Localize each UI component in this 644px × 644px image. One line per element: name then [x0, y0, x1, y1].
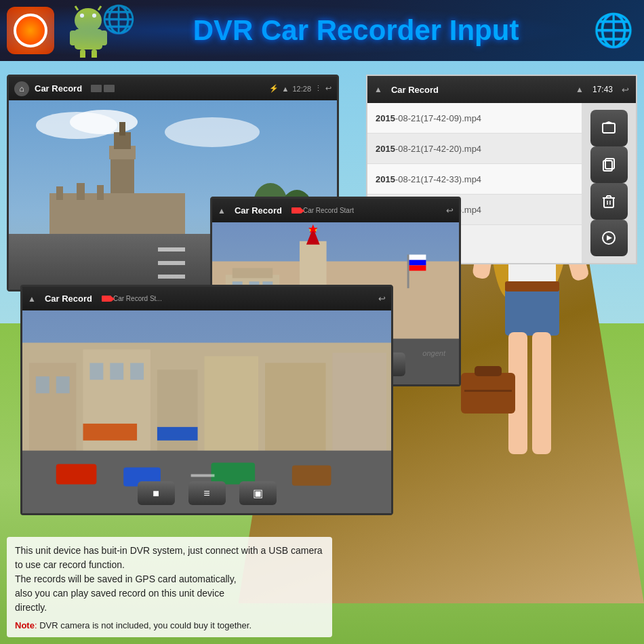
- small-screen-btn[interactable]: ▣: [239, 481, 277, 505]
- rest-1: -08-21(17-42-09).mp4: [395, 113, 481, 123]
- mid-device-bar: ▲ Car Record Car Record Start ↩: [212, 199, 459, 222]
- share-button[interactable]: [590, 110, 628, 146]
- svg-rect-34: [77, 183, 85, 200]
- small-up-icon: ▲: [28, 294, 36, 304]
- svg-rect-16: [505, 281, 559, 291]
- file-bar-up-icon: ▲: [374, 85, 382, 94]
- cam-record-label: Car Record Start: [303, 207, 354, 214]
- svg-rect-9: [92, 49, 97, 58]
- svg-rect-38: [158, 261, 185, 265]
- delete-button[interactable]: [590, 183, 628, 220]
- small-bar-title: Car Record: [45, 294, 92, 304]
- svg-point-27: [165, 117, 260, 147]
- top-bar-status: ⚡ ▲ 12:28 ⋮ ↩: [269, 84, 331, 93]
- device-screenshot-small: ▲ Car Record Car Record St... ↩: [20, 285, 393, 515]
- svg-rect-35: [97, 185, 104, 200]
- svg-rect-83: [157, 427, 198, 441]
- app-logo: [7, 7, 54, 54]
- time-display: 12:28: [292, 85, 311, 93]
- svg-rect-39: [158, 275, 185, 279]
- note-text: Note: DVR camera is not included, you co…: [15, 620, 324, 630]
- play-button[interactable]: [590, 220, 628, 256]
- header: 🌐 DVR Car Recorder Input 🌐: [0, 0, 644, 61]
- logo-inner: [14, 14, 47, 47]
- svg-rect-70: [36, 376, 49, 393]
- home-icon[interactable]: ⌂: [14, 81, 29, 96]
- svg-rect-58: [407, 255, 409, 289]
- file-list-bar: ▲ Car Record ▲ 17:43 ↩: [367, 76, 636, 103]
- main-content: ⌂ Car Record ⚡ ▲ 12:28 ⋮ ↩: [0, 61, 644, 644]
- small-device-bar: ▲ Car Record Car Record St... ↩: [22, 287, 391, 310]
- svg-rect-33: [56, 186, 63, 200]
- menu-icon[interactable]: ⋮: [315, 84, 322, 93]
- bt-icon: ⚡: [269, 84, 279, 93]
- bottom-text-area: This unit device has buit-in DVR system,…: [7, 537, 332, 637]
- svg-line-4: [98, 6, 101, 10]
- svg-rect-59: [409, 255, 426, 260]
- top-bar-title: Car Record: [35, 83, 82, 94]
- mid-back-icon[interactable]: ↩: [446, 205, 454, 216]
- file-item-3[interactable]: 2015 -08-21(17-42-33).mp4: [367, 164, 584, 195]
- svg-rect-37: [158, 247, 185, 251]
- camera-icon: [104, 85, 115, 92]
- svg-point-26: [70, 110, 138, 134]
- small-controls: ■ ≡ ▣: [22, 481, 391, 505]
- svg-line-3: [75, 6, 78, 10]
- svg-rect-84: [603, 123, 615, 133]
- small-screen: ■ ≡ ▣: [22, 310, 391, 513]
- svg-rect-8: [80, 49, 85, 58]
- small-back-icon[interactable]: ↩: [378, 294, 386, 304]
- svg-rect-68: [265, 363, 326, 464]
- svg-rect-82: [83, 424, 138, 441]
- note-content: DVR camera is not included, you could bu…: [37, 620, 252, 630]
- small-stop-btn[interactable]: ■: [138, 481, 175, 505]
- copy-button[interactable]: [590, 146, 628, 183]
- year-3: 2015: [376, 174, 395, 184]
- svg-rect-22: [475, 366, 502, 376]
- file-item-2[interactable]: 2015 -08-21(17-42-20).mp4: [367, 134, 584, 164]
- svg-point-1: [80, 14, 84, 18]
- note-label: Note: [15, 620, 35, 630]
- small-cam-label: Car Record St...: [113, 295, 162, 302]
- svg-rect-74: [130, 363, 144, 380]
- svg-rect-31: [119, 122, 125, 136]
- svg-rect-32: [49, 193, 185, 241]
- svg-rect-21: [461, 373, 515, 414]
- mid-bar-title: Car Record: [235, 205, 282, 216]
- svg-rect-51: [233, 268, 273, 278]
- svg-rect-6: [70, 31, 77, 45]
- svg-rect-60: [409, 260, 426, 266]
- svg-marker-95: [607, 235, 612, 241]
- globe-right-icon: 🌐: [593, 12, 634, 49]
- svg-rect-73: [110, 363, 123, 380]
- svg-rect-72: [89, 363, 103, 380]
- svg-rect-87: [604, 198, 613, 207]
- svg-rect-18: [532, 332, 551, 454]
- svg-rect-66: [157, 369, 198, 464]
- svg-rect-67: [205, 356, 259, 464]
- svg-point-0: [75, 8, 102, 33]
- main-description: This unit device has buit-in DVR system,…: [15, 544, 324, 615]
- file-bar-back[interactable]: ↩: [622, 85, 629, 95]
- up-arrow-icon: ▲: [218, 206, 226, 216]
- svg-rect-23: [464, 390, 512, 392]
- svg-rect-80: [191, 474, 215, 477]
- file-bar-title: Car Record: [391, 85, 439, 95]
- file-actions: [582, 103, 636, 263]
- year-2: 2015: [376, 144, 395, 154]
- globe-left-icon: 🌐: [102, 3, 136, 35]
- back-icon[interactable]: ↩: [325, 84, 331, 93]
- wifi-icon: ▲: [282, 85, 289, 93]
- file-bar-time: 17:43: [592, 85, 613, 94]
- svg-rect-71: [56, 376, 70, 393]
- svg-rect-61: [409, 265, 426, 270]
- rest-3: -08-21(17-42-33).mp4: [395, 174, 481, 184]
- top-device-bar: ⌂ Car Record ⚡ ▲ 12:28 ⋮ ↩: [9, 77, 337, 100]
- small-list-btn[interactable]: ≡: [188, 481, 226, 505]
- file-bar-wifi: ▲: [576, 85, 584, 94]
- file-item-1[interactable]: 2015 -08-21(17-42-09).mp4: [367, 103, 584, 134]
- svg-rect-5: [75, 29, 102, 49]
- svg-point-2: [92, 14, 96, 18]
- svg-rect-69: [332, 353, 386, 464]
- year-1: 2015: [376, 113, 395, 123]
